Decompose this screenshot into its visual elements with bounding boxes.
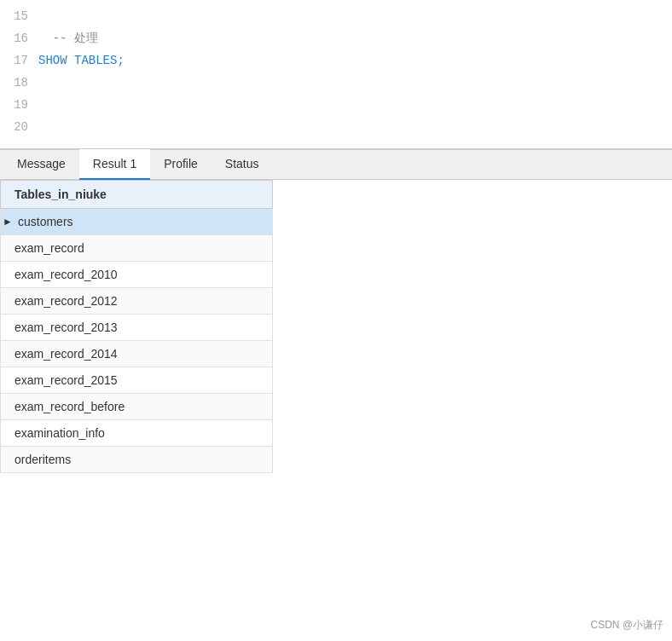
table-cell: exam_record_2010	[1, 262, 273, 288]
code-line-17: 17 SHOW TABLES;	[0, 49, 672, 72]
line-number-20: 20	[0, 120, 38, 134]
line-number-16: 16	[0, 32, 38, 45]
table-row[interactable]: examination_info	[1, 420, 273, 447]
results-area[interactable]: Tables_in_niuke ► customers exam_record …	[0, 180, 672, 641]
line-number-19: 19	[0, 98, 38, 112]
table-row[interactable]: exam_record_2013	[1, 315, 273, 341]
table-cell: orderitems	[1, 447, 273, 473]
line-number-15: 15	[0, 9, 38, 23]
tabs-bar: Message Result 1 Profile Status	[0, 149, 672, 180]
line-content-17: SHOW TABLES;	[38, 54, 125, 67]
table-row[interactable]: exam_record_2010	[1, 262, 273, 288]
line-content-16: -- 处理	[38, 31, 98, 46]
table-row[interactable]: orderitems	[1, 447, 273, 473]
code-line-15: 15	[0, 5, 672, 27]
line-number-17: 17	[0, 54, 38, 67]
code-editor[interactable]: 15 16 -- 处理 17 SHOW TABLES; 18 19	[0, 0, 672, 149]
table-cell: exam_record	[1, 235, 273, 262]
tab-status[interactable]: Status	[211, 149, 273, 180]
table-row[interactable]: exam_record_2014	[1, 341, 273, 367]
code-line-18: 18	[0, 72, 672, 94]
watermark: CSDN @小谦仔	[590, 618, 663, 632]
code-line-20: 20	[0, 116, 672, 138]
code-lines: 15 16 -- 处理 17 SHOW TABLES; 18 19	[0, 0, 672, 143]
table-row[interactable]: exam_record_2012	[1, 288, 273, 315]
column-header: Tables_in_niuke	[1, 181, 273, 209]
table-cell: exam_record_2012	[1, 288, 273, 315]
tab-message[interactable]: Message	[3, 149, 79, 180]
tab-profile[interactable]: Profile	[150, 149, 211, 180]
table-cell: exam_record_2013	[1, 315, 273, 341]
table-row[interactable]: exam_record_2015	[1, 367, 273, 394]
row-indicator: ►	[3, 216, 13, 228]
line-number-18: 18	[0, 76, 38, 90]
table-row[interactable]: exam_record_before	[1, 394, 273, 420]
table-cell: exam_record_2015	[1, 367, 273, 394]
table-cell: examination_info	[1, 420, 273, 447]
results-table: Tables_in_niuke ► customers exam_record …	[0, 180, 273, 473]
main-container: 15 16 -- 处理 17 SHOW TABLES; 18 19	[0, 0, 672, 641]
code-line-19: 19	[0, 94, 672, 116]
table-row[interactable]: ► customers	[1, 209, 273, 235]
tab-result1[interactable]: Result 1	[79, 149, 150, 180]
table-cell: exam_record_before	[1, 394, 273, 420]
code-line-16: 16 -- 处理	[0, 27, 672, 49]
table-row[interactable]: exam_record	[1, 235, 273, 262]
table-cell: ► customers	[1, 209, 273, 235]
table-cell: exam_record_2014	[1, 341, 273, 367]
